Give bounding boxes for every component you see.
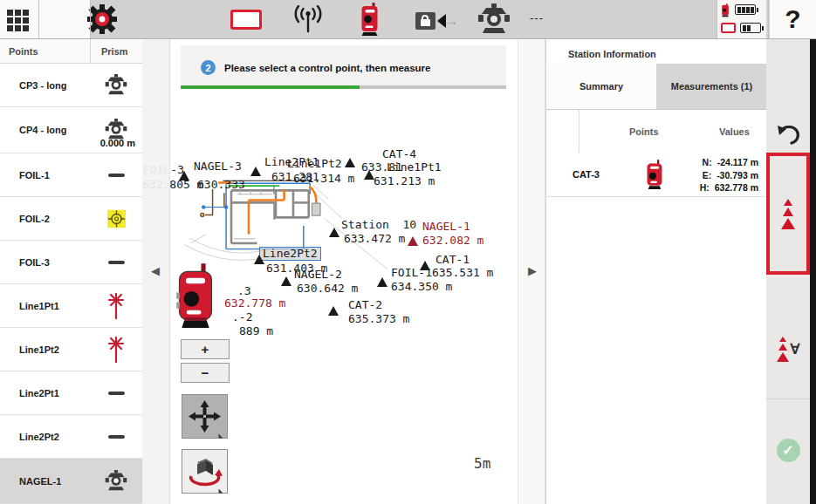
measurement-row[interactable]: CAT-3 N:-24.117 m E:-30.793 m H:632.778 …	[546, 153, 767, 197]
measure-all-glyph: ∀	[791, 341, 800, 358]
pan-tool-button[interactable]	[182, 394, 228, 439]
map-point-marker[interactable]	[250, 167, 261, 176]
map-view[interactable]: FOIL-3632.805 mNAGEL-3630.333Line2Pt1Lin…	[142, 39, 545, 504]
map-point-marker[interactable]	[328, 306, 339, 316]
map-point-label[interactable]: CAT-4	[382, 148, 416, 160]
instrument-mini-icon	[721, 3, 730, 17]
measure-all-button[interactable]: ∀	[766, 323, 810, 375]
expand-right-panel-arrow[interactable]: ▶	[528, 264, 537, 277]
map-point-label[interactable]: 889 m	[239, 325, 273, 337]
sidebar-point-row[interactable]: FOIL-2	[0, 197, 142, 241]
map-point-label[interactable]: 631.213 m	[374, 175, 435, 187]
map-point-label[interactable]: NAGEL-1	[422, 221, 470, 233]
sidebar-point-row[interactable]: FOIL-1	[0, 153, 142, 197]
controller-mini-icon	[721, 23, 736, 33]
prism-icon	[102, 469, 130, 494]
measurement-values: N:-24.117 m E:-30.793 m H:632.778 m	[700, 156, 758, 194]
map-point-marker[interactable]	[377, 277, 387, 287]
collapse-left-panel-arrow[interactable]: ◀	[151, 264, 160, 277]
arrow-right-icon: →	[445, 13, 458, 28]
expand-corner-icon	[219, 485, 223, 494]
sidebar-point-row[interactable]: NAGEL-1	[0, 459, 142, 504]
help-icon: ?	[785, 4, 800, 34]
zoom-in-button[interactable]: +	[181, 339, 230, 359]
map-point-label[interactable]: 633.472 m	[344, 233, 405, 245]
sidebar-point-row[interactable]: Line2Pt2	[0, 415, 142, 459]
map-point-marker[interactable]	[420, 261, 430, 270]
wifi-icon[interactable]	[291, 5, 326, 37]
map-point-label[interactable]: CAT-1	[435, 254, 470, 266]
right-collapse-gutter: ▶	[518, 39, 545, 504]
zoom-out-button[interactable]: −	[181, 363, 230, 383]
map-point-marker[interactable]	[254, 255, 264, 264]
confirm-button[interactable]: ✓	[766, 439, 810, 462]
sidebar-point-row[interactable]: Line2Pt1	[0, 371, 142, 415]
map-point-label[interactable]: NAGEL-2	[294, 269, 342, 281]
gear-icon	[86, 3, 118, 35]
expand-corner-icon	[219, 430, 223, 439]
prism-target-icon[interactable]	[475, 3, 513, 40]
action-toolbar: ∀ ✓	[766, 39, 810, 504]
map-point-label[interactable]: Line1Pt1	[387, 161, 442, 174]
map-point-marker[interactable]	[364, 170, 374, 180]
map-point-label[interactable]: 632.082 m	[422, 235, 483, 247]
setup-app-window: → ---	[0, 0, 816, 504]
camera-lock-icon[interactable]: →	[415, 12, 454, 31]
map-point-label[interactable]: 632.778 m	[224, 297, 285, 310]
tab-summary[interactable]: Summary	[546, 64, 656, 109]
progress-bar	[181, 85, 506, 89]
point-name: NAGEL-1	[19, 476, 61, 487]
instruction-text: Please select a control point, then meas…	[224, 63, 430, 73]
map-point-marker[interactable]	[408, 236, 418, 246]
point-name: Line1Pt1	[19, 301, 59, 311]
map-point-label[interactable]: 630.642 m	[297, 283, 358, 295]
sidebar-point-row[interactable]: FOIL-3	[0, 241, 142, 284]
sidebar-point-row[interactable]: Line1Pt1	[0, 284, 142, 328]
map-point-label[interactable]: 631.314 m	[293, 173, 354, 185]
sidebar-point-row[interactable]: CP3 - long	[0, 64, 142, 107]
map-point-label[interactable]: CAT-2	[348, 299, 382, 311]
connection-status-label: ---	[530, 11, 544, 24]
point-name: FOIL-3	[19, 257, 50, 268]
instruction-banner: 2 Please select a control point, then me…	[181, 45, 506, 89]
rotate-3d-button[interactable]	[182, 449, 228, 494]
map-point-marker[interactable]	[345, 158, 355, 167]
point-name: CAT-3	[573, 169, 600, 180]
total-station-icon[interactable]	[358, 3, 381, 41]
map-point-label[interactable]: Line1Pt2	[287, 158, 342, 170]
sidebar-point-row[interactable]: Line1Pt2	[0, 328, 142, 371]
dash-icon	[102, 261, 130, 264]
point-name: Line2Pt1	[19, 388, 59, 398]
undo-button[interactable]	[766, 113, 810, 157]
step-badge: 2	[201, 60, 216, 75]
left-collapse-gutter: ◀	[142, 39, 170, 504]
map-point-label[interactable]: Station 10	[341, 219, 416, 231]
map-point-marker[interactable]	[329, 228, 339, 237]
map-point-marker[interactable]	[281, 276, 291, 286]
battery-status-panel[interactable]	[717, 0, 766, 38]
help-button[interactable]: ?	[770, 0, 816, 38]
screen-mode-icon[interactable]	[230, 10, 262, 30]
points-sidebar: Points Prism CP3 - longCP4 - long0.000 m…	[0, 39, 142, 504]
map-point-label[interactable]: 635.531 m	[432, 267, 493, 279]
point-name: FOIL-1	[19, 170, 50, 180]
sidebar-point-row[interactable]: CP4 - long0.000 m	[0, 107, 142, 153]
controller-battery-icon	[740, 23, 761, 33]
measure-highlight-frame	[766, 153, 810, 275]
total-station-icon	[645, 158, 664, 193]
settings-button[interactable]	[39, 0, 90, 38]
station-instrument-icon[interactable]	[175, 263, 216, 335]
values-header: Values	[719, 126, 750, 137]
tab-measurements[interactable]: Measurements (1)	[656, 64, 767, 109]
map-point-label[interactable]: 634.350 m	[391, 281, 452, 293]
map-point-label[interactable]: Line2Pt2	[259, 247, 321, 261]
point-name: CP4 - long	[19, 125, 66, 135]
map-point-label[interactable]: 635.373 m	[348, 313, 409, 325]
map-point-marker[interactable]	[179, 171, 189, 180]
zoom-in-icon: +	[202, 342, 209, 357]
menu-button[interactable]	[0, 0, 38, 38]
map-point-label[interactable]: .3	[237, 285, 251, 297]
map-point-label[interactable]: 630.333	[197, 179, 245, 191]
map-point-label[interactable]: .-2	[232, 311, 252, 324]
map-point-label[interactable]: NAGEL-3	[194, 160, 242, 173]
